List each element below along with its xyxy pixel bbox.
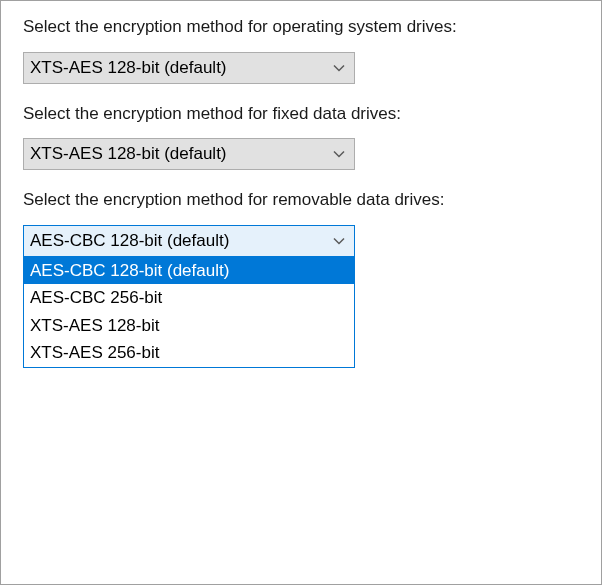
removable-drives-field: Select the encryption method for removab… — [23, 188, 579, 257]
os-drives-field: Select the encryption method for operati… — [23, 15, 579, 84]
os-drives-selected-value: XTS-AES 128-bit (default) — [30, 58, 227, 78]
dropdown-option[interactable]: AES-CBC 256-bit — [24, 284, 354, 312]
chevron-down-icon — [332, 147, 346, 161]
removable-drives-selected-value: AES-CBC 128-bit (default) — [30, 231, 229, 251]
removable-drives-dropdown-wrapper: AES-CBC 128-bit (default) AES-CBC 128-bi… — [23, 225, 355, 257]
os-drives-dropdown[interactable]: XTS-AES 128-bit (default) — [23, 52, 355, 84]
fixed-drives-selected-value: XTS-AES 128-bit (default) — [30, 144, 227, 164]
fixed-drives-label: Select the encryption method for fixed d… — [23, 102, 543, 127]
dropdown-option[interactable]: XTS-AES 128-bit — [24, 312, 354, 340]
dropdown-option[interactable]: XTS-AES 256-bit — [24, 339, 354, 367]
fixed-drives-dropdown[interactable]: XTS-AES 128-bit (default) — [23, 138, 355, 170]
chevron-down-icon — [332, 61, 346, 75]
removable-drives-dropdown[interactable]: AES-CBC 128-bit (default) — [23, 225, 355, 257]
chevron-down-icon — [332, 234, 346, 248]
encryption-settings-panel: Select the encryption method for operati… — [0, 0, 602, 585]
dropdown-option[interactable]: AES-CBC 128-bit (default) — [24, 257, 354, 285]
fixed-drives-field: Select the encryption method for fixed d… — [23, 102, 579, 171]
os-drives-label: Select the encryption method for operati… — [23, 15, 543, 40]
removable-drives-option-list: AES-CBC 128-bit (default) AES-CBC 256-bi… — [23, 256, 355, 368]
removable-drives-label: Select the encryption method for removab… — [23, 188, 543, 213]
